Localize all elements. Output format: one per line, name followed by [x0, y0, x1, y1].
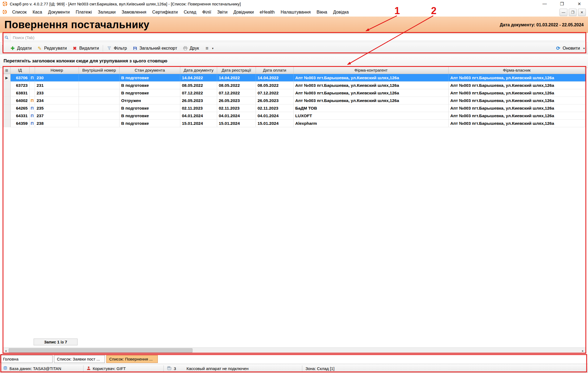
statusbar-database: База даних: TASA3@TITAN: [0, 364, 83, 373]
cell-doc_date: 02.11.2023: [180, 104, 217, 112]
scrollbar-thumb[interactable]: [9, 348, 192, 353]
menu-item-platezhi[interactable]: Платежі: [73, 8, 95, 16]
menu-item-filii[interactable]: Філії: [199, 8, 214, 16]
table-row[interactable]: 64265П235В подготовке02.11.202302.11.202…: [3, 104, 586, 112]
menu-item-vikna[interactable]: Вікна: [314, 8, 330, 16]
cell-pay_date: 07.12.2022: [256, 89, 294, 97]
cell-internal: [79, 82, 120, 89]
column-header-id[interactable]: ІД: [11, 66, 30, 74]
cash-register-status: Кассовый аппарат не подключен: [187, 366, 249, 371]
menu-logo-icon[interactable]: [2, 9, 8, 15]
mdi-minimize-button[interactable]: —: [560, 9, 567, 16]
cell-reg_date: 15.01.2024: [217, 120, 256, 127]
user-label: Користувач: GIFT: [93, 366, 126, 371]
close-button[interactable]: ✕: [571, 0, 588, 8]
mdi-restore-button[interactable]: ❐: [569, 9, 577, 16]
print-button[interactable]: Друк: [180, 44, 202, 53]
menu-item-ehealth[interactable]: eHealth: [257, 8, 278, 16]
cell-p: П: [30, 97, 35, 104]
toolbar-overflow-icon[interactable]: ▾: [583, 47, 585, 50]
cell-p: П: [30, 74, 35, 81]
cell-pay_date: 14.04.2022: [256, 74, 294, 81]
menu-item-zamovlennya[interactable]: Замовлення: [118, 8, 149, 16]
edit-button[interactable]: ✎ Редагувати: [34, 44, 70, 53]
database-label: База даних: TASA3@TITAN: [9, 366, 61, 371]
column-header-pay_date[interactable]: Дата оплати: [256, 66, 294, 74]
cell-id: 64265: [11, 104, 30, 112]
menu-item-zalyshky[interactable]: Залишки: [95, 8, 119, 16]
cell-id: 63706: [11, 74, 30, 81]
column-header-status[interactable]: Стан документа: [120, 66, 180, 74]
scroll-left-button[interactable]: ◂: [3, 348, 8, 353]
cell-owner: Апт №003 пгт.Барышевка, ул.Киевский шлях…: [449, 89, 585, 97]
cell-id: 63723: [11, 82, 30, 89]
status-bar: База даних: TASA3@TITAN Користувач: GIFT…: [0, 364, 588, 373]
tab-spysok-zayavky-post[interactable]: Список: Заявки пост ...: [54, 355, 105, 363]
cell-doc_date: 08.05.2022: [180, 82, 217, 89]
mdi-close-button[interactable]: ✕: [578, 9, 586, 16]
column-header-internal[interactable]: Внутрішній номер: [79, 66, 120, 74]
grid-body: ▶63706П230В подготовке14.04.202214.04.20…: [3, 74, 586, 127]
toolbar-drag-handle[interactable]: [2, 45, 5, 52]
cell-number: 237: [35, 112, 79, 119]
statusbar-session: 3: [164, 364, 183, 373]
menu-item-sklad[interactable]: Склад: [181, 8, 199, 16]
menu-item-sertyfikaty[interactable]: Сертифікати: [149, 8, 181, 16]
menu-item-zvity[interactable]: Звіти: [214, 8, 230, 16]
cell-p: П: [30, 120, 35, 127]
column-header-reg_date[interactable]: Дата реєстрації: [217, 66, 256, 74]
menu-item-spysok[interactable]: Список: [9, 8, 30, 16]
menu-item-nalashtuvannya[interactable]: Налаштування: [278, 8, 314, 16]
column-header-number[interactable]: Номер: [35, 66, 79, 74]
tab-holovna[interactable]: Головна: [0, 355, 53, 363]
statusbar-user: Користувач: GIFT: [83, 364, 163, 373]
cell-p: [30, 82, 35, 89]
minimize-button[interactable]: —: [536, 0, 553, 8]
refresh-button[interactable]: ⟳ Оновити: [553, 44, 583, 53]
cell-reg_date: 26.05.2023: [217, 97, 256, 104]
column-header-doc_date[interactable]: Дата документу: [180, 66, 217, 74]
scroll-right-button[interactable]: ▸: [580, 348, 586, 353]
cell-owner: Апт №003 пгт.Барышевка, ул.Киевский шлях…: [449, 112, 585, 119]
table-row[interactable]: ▶63706П230В подготовке14.04.202214.04.20…: [3, 74, 586, 82]
cell-pay_date: 15.01.2024: [256, 120, 294, 127]
add-button[interactable]: ✚ Додати: [7, 44, 34, 53]
column-header-owner[interactable]: Фірма-власник: [449, 66, 585, 74]
menu-item-kasa[interactable]: Каса: [30, 8, 45, 16]
column-header-p[interactable]: [30, 66, 35, 74]
table-row[interactable]: 64002П234Отгружен26.05.202326.05.202326.…: [3, 97, 586, 104]
filter-icon: [107, 46, 112, 51]
export-button[interactable]: Загальний експорт: [130, 44, 180, 53]
filter-button[interactable]: Фільтр: [104, 44, 130, 53]
cell-contractor: Апт №003 пгт.Барышевка, ул.Киевский шлях…: [294, 89, 449, 97]
database-icon: [3, 366, 7, 371]
cell-contractor: Alexpharm: [294, 120, 449, 127]
table-row[interactable]: 64331П237В подготовке04.01.202404.01.202…: [3, 112, 586, 120]
row-indicator: [3, 120, 11, 127]
cell-status: В подготовке: [120, 89, 180, 97]
cell-number: 238: [35, 120, 79, 127]
app-logo-icon: [2, 1, 8, 7]
search-box[interactable]: [2, 34, 586, 41]
list-options-button[interactable]: ≡ ▾: [202, 44, 216, 53]
menu-item-dokumenty[interactable]: Документи: [45, 8, 73, 16]
table-row[interactable]: 64359П238В подготовке15.01.202415.01.202…: [3, 120, 586, 127]
cell-status: В подготовке: [120, 104, 180, 112]
menu-item-dovidnyky[interactable]: Довідники: [230, 8, 257, 16]
tab-spysok-povernennya[interactable]: Список: Повернення ...: [106, 355, 158, 363]
table-row[interactable]: 63831233В подготовке07.12.202207.12.2022…: [3, 89, 586, 97]
page-title: Повернення постачальнику: [4, 19, 149, 31]
column-header-contractor[interactable]: Фірма-контрагент: [294, 66, 449, 74]
cell-doc_date: 26.05.2023: [180, 97, 217, 104]
edit-label: Редагувати: [44, 46, 67, 51]
table-row[interactable]: 63723231В подготовке08.05.202208.05.2022…: [3, 82, 586, 89]
group-by-hint: Перетягніть заголовок колонки сюди для у…: [4, 58, 167, 64]
horizontal-scrollbar[interactable]: ◂ ▸: [3, 348, 586, 353]
cell-owner: Апт №003 пгт.Барышевка, ул.Киевский шлях…: [449, 97, 585, 104]
search-input[interactable]: [11, 35, 585, 40]
maximize-button[interactable]: ❐: [553, 0, 571, 8]
cell-contractor: Апт №003 пгт.Барышевка, ул.Киевский шлях…: [294, 74, 449, 81]
menu-item-dovidka[interactable]: Довідка: [330, 8, 352, 16]
delete-button[interactable]: ✖ Видалити: [69, 44, 101, 53]
toolbar: ✚ Додати ✎ Редагувати ✖ Видалити Фільтр …: [0, 42, 588, 54]
